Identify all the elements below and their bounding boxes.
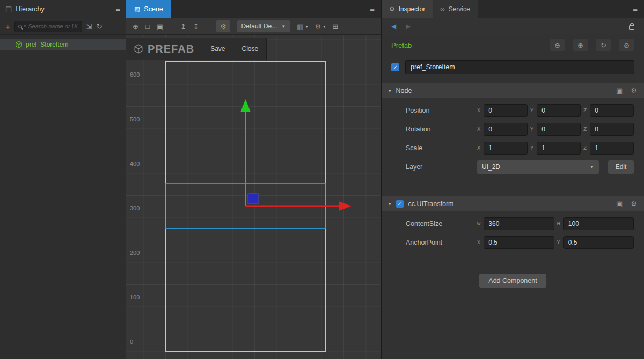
component-settings-icon[interactable]: ⚙ xyxy=(631,200,637,208)
gizmo-z-handle xyxy=(248,194,258,204)
contentsize-row: ContentSize W H xyxy=(382,217,644,231)
camera-device-dropdown[interactable]: Default De... ▼ xyxy=(237,20,290,32)
search-filter-arrow-icon[interactable]: ▾ xyxy=(24,24,26,28)
node-settings-icon[interactable]: ⚙ xyxy=(631,86,637,94)
hierarchy-menu-icon[interactable]: ≡ xyxy=(115,4,120,13)
position-fields: X Y Z xyxy=(477,104,634,117)
align-top-icon[interactable]: ↥ xyxy=(180,23,186,31)
hierarchy-search-box[interactable]: ▾ xyxy=(14,21,82,32)
prefab-unlink-icon[interactable]: ⊖ xyxy=(550,39,565,51)
grid-toggle-icon[interactable]: ⊞ xyxy=(332,23,338,31)
layer-dropdown-value: UI_2D xyxy=(482,163,500,171)
contentsize-h-input[interactable] xyxy=(564,217,634,230)
hierarchy-node-pref-storeitem[interactable]: pref_StoreItem xyxy=(0,39,126,50)
node-name-input[interactable] xyxy=(405,60,634,74)
chevron-down-icon: ▼ xyxy=(281,24,286,29)
anchorpoint-x-input[interactable] xyxy=(484,236,554,249)
layer-fields: UI_2D ▼ Edit xyxy=(477,160,634,174)
uitransform-enabled-checkbox[interactable]: ✓ xyxy=(396,200,404,208)
inspector-tab-label: Inspector xyxy=(399,5,425,13)
search-icon xyxy=(18,25,22,28)
prefab-restore-icon[interactable]: ↻ xyxy=(596,39,611,51)
lock-icon[interactable] xyxy=(629,25,634,30)
history-back-icon[interactable]: ◀ xyxy=(391,23,396,30)
scene-gizmo-overlay[interactable] xyxy=(126,35,381,359)
scale-label: Scale xyxy=(406,144,477,152)
node-section-header[interactable]: ▾ Node ▣ ⚙ xyxy=(382,83,644,98)
scene-tab-label: Scene xyxy=(144,5,163,13)
copy-values-icon[interactable]: ▣ xyxy=(616,86,623,94)
uitransform-section-title: cc.UITransform xyxy=(408,200,454,208)
scene-settings-dropdown[interactable]: ⚙ ▾ xyxy=(314,23,325,31)
prefab-operations: ⊖ ⊕ ↻ ⊘ xyxy=(550,39,634,51)
view-mode-dropdown[interactable]: ▥ ▾ xyxy=(297,23,308,31)
zoom-icon[interactable]: ⊕ xyxy=(133,23,138,31)
tab-service[interactable]: ∞ Service xyxy=(433,0,478,18)
history-forward-icon[interactable]: ▶ xyxy=(406,23,411,30)
refresh-icon[interactable]: ↻ xyxy=(97,23,103,31)
layer-dropdown[interactable]: UI_2D ▼ xyxy=(477,160,599,174)
add-component-button[interactable]: Add Component xyxy=(479,274,546,288)
expand-all-icon[interactable]: ⇲ xyxy=(86,23,92,31)
rotation-x-input[interactable] xyxy=(484,123,528,136)
camera-device-dropdown-value: Default De... xyxy=(241,23,277,30)
prefab-locate-icon[interactable]: ⊕ xyxy=(573,39,588,51)
rotation-y-input[interactable] xyxy=(537,123,581,136)
scene-tab-icon: ▨ xyxy=(134,5,140,13)
add-node-button[interactable]: + xyxy=(5,22,10,31)
rotation-label: Rotation xyxy=(406,126,477,133)
inspector-menu-icon[interactable]: ≡ xyxy=(633,4,638,13)
scene-panel: ▨ Scene ≡ ⊕ □ ▣ ↥ ↧ ⚙ Default De... ▼ ▥ … xyxy=(126,0,381,359)
uitransform-section-header[interactable]: ▾ ✓ cc.UITransform ▣ ⚙ xyxy=(382,196,644,211)
prefab-edit-bar: PREFAB Save Close xyxy=(126,38,267,60)
hierarchy-panel: ▤ Hierarchy ≡ + ▾ ⇲ ↻ pref_StoreItem xyxy=(0,0,126,359)
axis-z-label: Z xyxy=(583,126,587,133)
axis-x-label: X xyxy=(477,145,480,151)
anchorpoint-y-input[interactable] xyxy=(564,236,634,249)
inspector-tab-icon: ⚙ xyxy=(389,5,395,13)
copy-values-icon[interactable]: ▣ xyxy=(616,200,623,208)
chevron-down-icon: ▾ xyxy=(323,24,325,29)
scene-tabbar: ▨ Scene ≡ xyxy=(126,0,381,18)
scene-toolbar: ⊕ □ ▣ ↥ ↧ ⚙ Default De... ▼ ▥ ▾ ⚙ ▾ ⊞ xyxy=(126,18,381,35)
scale-y-input[interactable] xyxy=(537,142,581,155)
position-y-input[interactable] xyxy=(537,104,581,117)
axis-y-label: Y xyxy=(530,126,533,133)
prefab-close-button[interactable]: Close xyxy=(233,38,266,60)
frame-selection-icon[interactable]: □ xyxy=(145,23,150,31)
tab-scene[interactable]: ▨ Scene xyxy=(126,0,171,18)
position-x-input[interactable] xyxy=(484,104,528,117)
prefab-save-button[interactable]: Save xyxy=(202,38,233,60)
prefab-cube-icon xyxy=(15,41,23,48)
inspector-panel: ⚙ Inspector ∞ Service ≡ ◀ ▶ Prefab ⊖ ⊕ ↻… xyxy=(381,0,644,359)
axis-x-label: X xyxy=(477,126,480,133)
hierarchy-title: Hierarchy xyxy=(16,5,45,13)
hierarchy-search-input[interactable] xyxy=(28,23,78,30)
layer-edit-button[interactable]: Edit xyxy=(608,160,634,174)
gizmo-x-arrowhead xyxy=(339,201,352,211)
frame-all-icon[interactable]: ▣ xyxy=(157,23,163,31)
inspector-nav-row: ◀ ▶ xyxy=(382,18,644,34)
anchorpoint-label: AnchorPoint xyxy=(406,239,477,246)
rotation-z-input[interactable] xyxy=(590,123,634,136)
align-bottom-icon[interactable]: ↧ xyxy=(193,23,199,31)
position-z-input[interactable] xyxy=(590,104,634,117)
contentsize-label: ContentSize xyxy=(406,220,477,228)
axis-w-label: W xyxy=(477,221,480,227)
collapse-arrow-icon[interactable]: ▾ xyxy=(389,201,391,207)
view-mode-icon: ▥ xyxy=(297,23,303,31)
scale-row: Scale X Y Z xyxy=(382,141,644,155)
scale-z-input[interactable] xyxy=(590,142,634,155)
axis-x-label: X xyxy=(477,239,480,246)
prefab-apply-icon[interactable]: ⊘ xyxy=(619,39,634,51)
tab-inspector[interactable]: ⚙ Inspector xyxy=(382,0,433,18)
rotation-fields: X Y Z xyxy=(477,123,634,136)
scene-menu-icon[interactable]: ≡ xyxy=(370,4,375,13)
scale-x-input[interactable] xyxy=(484,142,528,155)
gizmo-settings-button[interactable]: ⚙ xyxy=(216,20,230,32)
service-tab-icon: ∞ xyxy=(440,5,445,13)
scene-viewport[interactable]: 600 500 400 300 200 100 0 xyxy=(126,35,381,359)
node-active-checkbox[interactable]: ✓ xyxy=(391,63,399,71)
contentsize-w-input[interactable] xyxy=(484,217,554,230)
collapse-arrow-icon[interactable]: ▾ xyxy=(389,88,391,93)
